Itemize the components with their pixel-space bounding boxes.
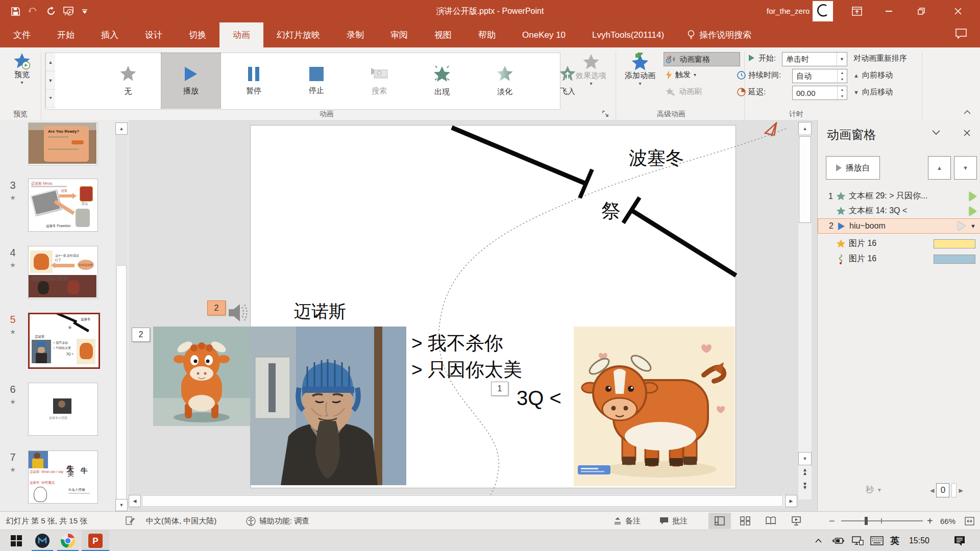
anim-item-1[interactable]: 1 文本框 29: > 只因你... [818, 189, 980, 204]
anim-item-5[interactable]: 图片 16 [818, 252, 980, 266]
language-indicator[interactable]: 中文(简体, 中国大陆) [146, 512, 216, 530]
view-sorter-button[interactable] [734, 513, 756, 529]
spin-down[interactable]: ▼ [838, 93, 847, 99]
text-dialog-3[interactable]: 3Q < [517, 387, 561, 410]
anim-item-3-selected[interactable]: 2 hiu~boom ▼ [818, 218, 980, 234]
duration-input[interactable]: 自动 ▲▼ [792, 69, 847, 83]
preview-button[interactable]: 预览 ▾ [5, 53, 39, 85]
thumbnail-slide-7[interactable]: 迈诺斯: What can I say 失 美 牛 波塞冬: 你有魔法 牛头人怪… [28, 450, 98, 504]
sequence-tag-1b[interactable]: 1 [491, 382, 508, 396]
taskbar-mail-app[interactable] [31, 530, 54, 551]
timeline-bar-blue[interactable] [934, 255, 975, 264]
previous-slide-button[interactable]: ▲▲ [800, 468, 810, 475]
tab-slideshow[interactable]: 幻灯片放映 [263, 22, 333, 47]
spin-up[interactable]: ▲ [838, 86, 847, 93]
taskbar-powerpoint-app-active[interactable]: P [82, 530, 109, 551]
text-dialog-2[interactable]: > 只因你太美 [411, 357, 522, 383]
thumbnail-slide-6[interactable]: 波塞冬の愤怒 [28, 383, 98, 436]
tray-power-icon[interactable] [829, 530, 847, 551]
spin-down[interactable]: ▼ [838, 76, 847, 83]
animation-pane-button[interactable]: 动画窗格 [664, 52, 740, 66]
add-animation-button[interactable]: 添加动画 ▾ [620, 53, 660, 86]
gallery-scroll-down[interactable]: ▼ [46, 71, 55, 90]
tab-view[interactable]: 视图 [421, 22, 465, 47]
zoom-in-button[interactable]: + [927, 512, 933, 530]
action-center-icon[interactable] [947, 530, 972, 551]
next-slide-button[interactable]: ▼▼ [800, 482, 810, 489]
slide-counter[interactable]: 幻灯片 第 5 张, 共 15 张 [6, 512, 87, 530]
animation-pause[interactable]: 暂停 [224, 53, 283, 108]
tab-insert[interactable]: 插入 [88, 22, 132, 47]
tab-file[interactable]: 文件 [0, 22, 44, 47]
spell-check-icon[interactable] [126, 512, 135, 530]
triangle-left-icon[interactable]: ◀ [930, 487, 934, 494]
scroll-up-button[interactable]: ▲ [798, 122, 812, 135]
text-minos[interactable]: 迈诺斯 [294, 300, 346, 323]
dialog-launcher-icon[interactable] [602, 111, 609, 118]
taskbar-browser-app[interactable] [56, 530, 80, 551]
animation-fade[interactable]: 淡化 [475, 53, 534, 108]
delay-input[interactable]: 00.00 ▲▼ [792, 86, 847, 100]
tab-transitions[interactable]: 切换 [176, 22, 219, 47]
trigger-button[interactable]: 触发 ▾ [666, 70, 696, 80]
slide-vscrollbar[interactable]: ▲ ▼ ▲▲ ▼▼ [798, 122, 812, 499]
tab-animations[interactable]: 动画 [219, 22, 263, 47]
timeline-bar-yellow[interactable] [934, 239, 975, 248]
minimize-button[interactable] [877, 0, 900, 22]
thumbnail-slide-3[interactable]: 迈诺斯 Minos 想要 王位 波塞冬 Poseidon [28, 179, 98, 232]
zoom-out-button[interactable]: − [829, 512, 835, 530]
speaker-icon[interactable] [227, 299, 250, 327]
zoom-slider-thumb[interactable] [865, 517, 868, 525]
tab-help[interactable]: 帮助 [465, 22, 509, 47]
text-dialog-1[interactable]: > 我不杀你 [411, 331, 503, 356]
move-earlier-pane-button[interactable]: ▲ [928, 156, 951, 180]
ime-indicator[interactable]: 英 [887, 530, 902, 551]
account-name[interactable]: for_the_zero [767, 7, 810, 15]
move-earlier-button[interactable]: ▲ 向前移动 [853, 70, 893, 80]
move-later-button[interactable]: ▼ 向后移动 [853, 87, 893, 97]
item-dropdown-icon[interactable]: ▼ [970, 223, 976, 229]
slide-hscrollbar[interactable]: ◀ ▶ [129, 495, 797, 507]
view-slideshow-button[interactable] [785, 513, 807, 529]
picture-cartoon-bull[interactable] [574, 327, 735, 486]
zoom-level[interactable]: 66% [940, 512, 955, 530]
sequence-tag-2[interactable]: 2 [132, 328, 150, 342]
tab-onekey[interactable]: OneKey 10 [509, 22, 579, 47]
thumbnail-slide-2[interactable]: Are You Ready? [28, 122, 98, 165]
text-ji[interactable]: 祭 [601, 198, 621, 224]
scroll-up-button[interactable]: ▲ [115, 122, 128, 135]
scroll-down-button[interactable]: ▼ [115, 499, 128, 511]
tray-network-icon[interactable] [848, 530, 867, 551]
animation-appear[interactable]: 出现 [412, 53, 472, 108]
tab-lvyhtools[interactable]: LvyhTools(201114) [579, 22, 677, 47]
close-icon[interactable] [964, 130, 970, 136]
view-reading-button[interactable] [760, 513, 782, 529]
chevron-down-icon[interactable]: ▼ [837, 53, 847, 66]
tab-home[interactable]: 开始 [44, 22, 88, 47]
close-button[interactable] [946, 0, 970, 22]
tray-show-hidden-icon[interactable] [811, 530, 826, 551]
animation-none[interactable]: 无 [99, 53, 158, 108]
avatar[interactable] [813, 1, 833, 21]
chevron-down-icon[interactable] [932, 130, 940, 135]
scrollbar-thumb[interactable] [799, 136, 811, 223]
ribbon-display-options-icon[interactable] [845, 0, 869, 22]
tell-me-search[interactable]: 操作说明搜索 [677, 22, 762, 47]
anim-item-4[interactable]: 图片 16 [818, 236, 980, 251]
clock[interactable]: 15:50 [904, 530, 934, 551]
move-later-pane-button[interactable]: ▼ [954, 156, 977, 180]
fit-to-window-icon[interactable] [965, 512, 974, 530]
thumbnail-slide-5-selected[interactable]: 波塞冬 祭 迈诺斯 > 我不杀你 > 只因你太美 3Q < [28, 313, 100, 369]
sequence-tag-2-selected[interactable]: 2 [207, 300, 226, 315]
thumbnail-slide-4[interactable]: 这4一成 是给我送行了 给你这玩意 (商议中) 波塞冬 迈诺斯 [28, 246, 98, 299]
view-normal-button[interactable] [708, 513, 731, 529]
start-button[interactable] [4, 530, 29, 551]
scrollbar-thumb[interactable] [142, 495, 783, 507]
tab-design[interactable]: 设计 [132, 22, 176, 47]
notes-toggle[interactable]: 备注 [614, 512, 641, 530]
tab-record[interactable]: 录制 [333, 22, 377, 47]
restore-button[interactable] [910, 0, 933, 22]
animation-play[interactable]: 播放 [161, 53, 220, 108]
scroll-right-button[interactable]: ▶ [785, 495, 797, 507]
animation-stop[interactable]: 停止 [287, 53, 346, 108]
